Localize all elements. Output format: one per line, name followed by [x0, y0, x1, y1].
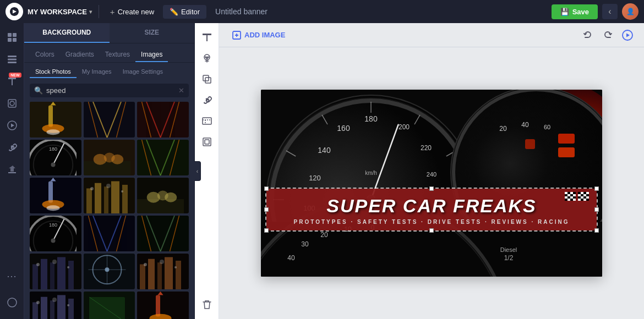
image-thumbnail[interactable] [30, 254, 81, 289]
pencil-icon: ✏️ [170, 8, 178, 16]
image-thumbnail[interactable] [84, 102, 135, 138]
svg-rect-189 [567, 192, 570, 194]
svg-text:240: 240 [427, 171, 436, 178]
sidebar-item-link[interactable] [2, 138, 22, 157]
sub2tab-stock[interactable]: Stock Photos [30, 66, 77, 78]
redo-button[interactable] [600, 28, 615, 43]
editor-button[interactable]: ✏️ Editor [163, 5, 206, 19]
svg-text:220: 220 [421, 144, 432, 152]
svg-rect-110 [89, 297, 125, 319]
svg-rect-93 [148, 259, 155, 289]
svg-text:40: 40 [287, 254, 295, 262]
link-tool[interactable] [197, 90, 217, 110]
grid-icon [7, 32, 17, 42]
trash-tool[interactable] [197, 295, 217, 315]
image-thumbnail[interactable] [137, 292, 189, 319]
image-row [30, 292, 189, 319]
subtab-textures[interactable]: Textures [100, 48, 135, 62]
sidebar-item-more[interactable]: ··· [2, 266, 22, 286]
tab-size[interactable]: SIZE [110, 23, 195, 43]
image-thumb-inner [84, 102, 135, 138]
image-thumbnail[interactable] [84, 216, 135, 251]
workspace-selector[interactable]: MY WORKSPACE ▾ [28, 8, 92, 16]
search-bar: 🔍 ✕ [30, 84, 189, 97]
svg-text:180: 180 [364, 114, 378, 123]
undo-button[interactable] [580, 28, 596, 43]
subtab-gradients-label: Gradients [66, 51, 94, 58]
svg-point-60 [165, 193, 177, 202]
svg-rect-82 [68, 261, 74, 289]
speedometer-svg: 180 160 200 140 220 120 240 100 km/h [261, 90, 602, 277]
text-icon [8, 76, 16, 86]
image-thumbnail[interactable] [30, 178, 81, 213]
svg-point-15 [47, 129, 60, 135]
add-image-button[interactable]: ADD IMAGE [228, 29, 290, 42]
sidebar-item-grid[interactable] [2, 28, 22, 47]
image-thumbnail[interactable]: 180 [30, 140, 81, 175]
panel-collapse-button[interactable]: ‹ [194, 161, 201, 181]
plus-icon: + [110, 7, 115, 16]
sidebar-item-export[interactable] [2, 160, 22, 179]
canvas-viewport[interactable]: 180 160 200 140 220 120 240 100 km/h [219, 47, 644, 319]
image-thumbnail[interactable] [84, 140, 135, 175]
banner-text-overlay[interactable]: SUPER CAR FREAKS PROTOTYPES · SAFETY TES… [266, 189, 597, 230]
svg-rect-6 [8, 62, 17, 63]
image-thumbnail[interactable] [84, 292, 135, 319]
tab-background[interactable]: BACKGROUND [24, 23, 110, 43]
sidebar-item-layers[interactable] [2, 50, 22, 69]
subtab-images[interactable]: Images [135, 48, 168, 62]
frame-tool[interactable] [197, 132, 217, 152]
subtab-gradients[interactable]: Gradients [60, 48, 100, 62]
logo[interactable] [6, 3, 23, 20]
image-thumbnail[interactable] [137, 140, 189, 175]
svg-text:200: 200 [399, 123, 410, 131]
add-image-icon [232, 31, 241, 40]
sub2tab-settings[interactable]: Image Settings [117, 66, 168, 78]
paint-tool[interactable] [197, 48, 217, 68]
image-thumbnail[interactable] [30, 292, 81, 319]
svg-rect-201 [567, 199, 570, 201]
image-thumbnail[interactable] [137, 102, 189, 138]
sub2tab-settings-label: Image Settings [123, 68, 163, 75]
image-thumbnail[interactable] [84, 254, 135, 289]
image-thumbnail[interactable] [137, 254, 189, 289]
text-tool[interactable] [197, 28, 217, 47]
image-thumbnail[interactable] [137, 216, 189, 251]
image-row [30, 254, 189, 289]
info-icon [7, 298, 17, 307]
image-thumbnail[interactable] [137, 178, 189, 213]
link-icon [7, 142, 17, 152]
layers-tool[interactable] [197, 69, 217, 89]
image-thumbnail[interactable] [30, 102, 81, 138]
avatar[interactable]: 👤 [622, 3, 638, 20]
banner-title-input[interactable]: Untitled banner [215, 7, 268, 16]
image-row: 180 [30, 140, 189, 175]
clear-search-icon[interactable]: ✕ [178, 86, 184, 95]
image-thumb-inner [30, 178, 81, 213]
sub2tab-myimages[interactable]: My Images [77, 66, 117, 78]
image-thumbnail[interactable]: 180 [30, 216, 81, 251]
image-thumb-inner [137, 292, 189, 319]
svg-rect-197 [567, 196, 570, 199]
image-thumbnail[interactable] [84, 178, 135, 213]
svg-rect-1 [13, 33, 17, 37]
svg-rect-16 [84, 102, 130, 138]
sidebar-item-shapes[interactable] [2, 94, 22, 113]
svg-rect-81 [57, 257, 66, 290]
play-button[interactable] [620, 28, 635, 43]
create-new-button[interactable]: + Create new [106, 5, 159, 19]
search-input[interactable] [46, 86, 175, 95]
svg-rect-139 [205, 78, 211, 83]
svg-point-55 [121, 190, 123, 193]
right-panel-collapse-button[interactable]: ‹ [602, 4, 618, 19]
svg-rect-218 [583, 199, 586, 201]
media-tool[interactable] [197, 111, 217, 131]
svg-rect-37 [137, 140, 184, 175]
sidebar-item-text[interactable]: NEW [2, 72, 22, 91]
subtab-colors[interactable]: Colors [30, 48, 60, 62]
save-button[interactable]: 💾 Save [552, 4, 598, 19]
sidebar-item-media[interactable] [2, 116, 22, 135]
subtab-colors-label: Colors [35, 51, 54, 58]
sidebar-item-info[interactable] [2, 293, 22, 312]
banner[interactable]: 180 160 200 140 220 120 240 100 km/h [261, 90, 602, 277]
